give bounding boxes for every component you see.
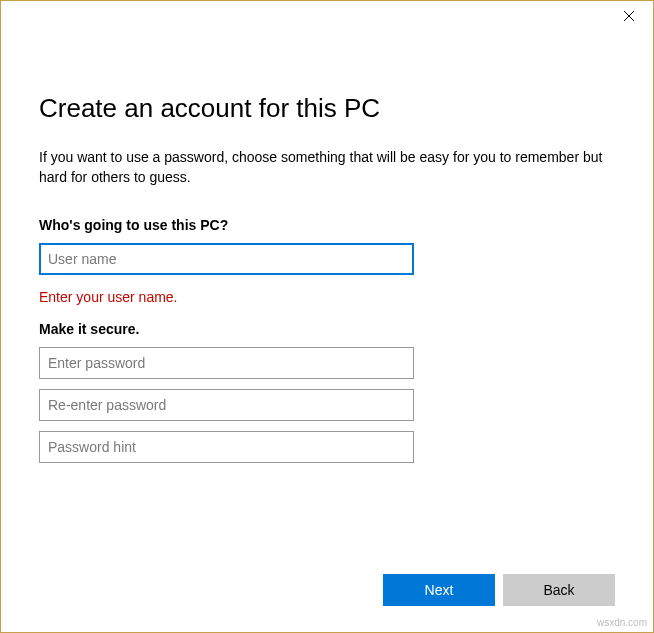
back-button[interactable]: Back [503,574,615,606]
secure-section: Make it secure. [39,321,615,463]
username-error: Enter your user name. [39,289,615,305]
password-confirm-input[interactable] [39,389,414,421]
footer-buttons: Next Back [383,574,615,606]
password-input[interactable] [39,347,414,379]
user-section: Who's going to use this PC? Enter your u… [39,217,615,305]
watermark: wsxdn.com [597,617,647,628]
content-area: Create an account for this PC If you wan… [1,31,653,463]
page-description: If you want to use a password, choose so… [39,148,615,187]
titlebar [1,1,653,31]
password-hint-input[interactable] [39,431,414,463]
page-title: Create an account for this PC [39,93,615,124]
user-section-label: Who's going to use this PC? [39,217,615,233]
secure-section-label: Make it secure. [39,321,615,337]
username-input[interactable] [39,243,414,275]
close-icon[interactable] [623,10,635,22]
next-button[interactable]: Next [383,574,495,606]
